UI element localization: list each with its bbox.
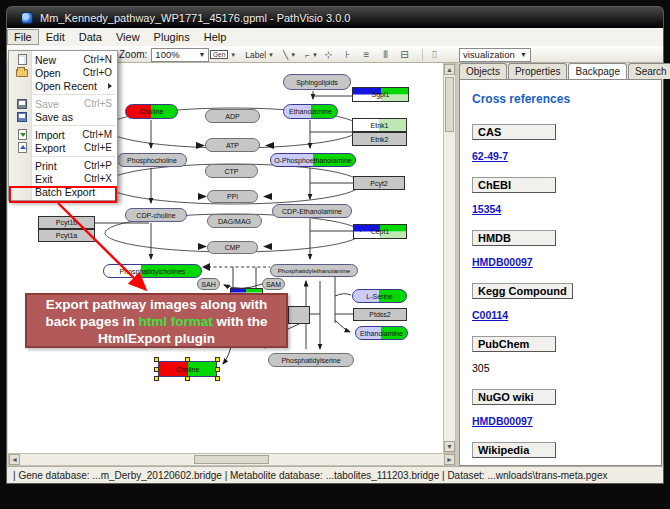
common-size-icon[interactable]: ⊟ <box>398 49 411 61</box>
node-etnk1[interactable]: Etnk1 <box>352 118 407 132</box>
visualization-combobox[interactable]: visualization ▼ <box>459 48 531 62</box>
horizontal-scrollbar[interactable]: ◄ ► <box>8 453 456 466</box>
menu-help[interactable]: Help <box>197 29 234 45</box>
crossref-link[interactable]: HMDB00097 <box>472 415 533 427</box>
scroll-left-icon[interactable]: ◄ <box>9 454 20 465</box>
tab-search[interactable]: Search <box>628 63 670 79</box>
node-pcyt1b[interactable]: Pcyt1b <box>38 216 95 229</box>
vertical-scrollbar[interactable]: ▲ ▼ <box>443 63 456 453</box>
node-label: Phosphatidylcholines <box>120 268 186 275</box>
node-cmp[interactable]: CMP <box>207 241 258 254</box>
menu-item-shortcut: Ctrl+M <box>82 129 112 140</box>
selection-handle[interactable] <box>154 376 159 381</box>
node-sah[interactable]: SAH <box>197 278 220 290</box>
node-cdp-ethanolamine[interactable]: CDP-Ethanolamine <box>272 204 352 218</box>
node-phosphatidylcholines[interactable]: Phosphatidylcholines <box>103 264 202 278</box>
menu-item-exit[interactable]: Exit Ctrl+X <box>9 172 117 185</box>
menu-item-export[interactable]: Export Ctrl+E <box>9 141 117 154</box>
menu-item-open-recent[interactable]: Open Recent <box>9 79 117 92</box>
node-ethanolamine-bottom[interactable]: Ethanolamine <box>355 326 408 340</box>
menu-item-print[interactable]: Print Ctrl+P <box>9 159 117 172</box>
selection-handle[interactable] <box>215 367 220 372</box>
scroll-up-icon[interactable]: ▲ <box>444 64 455 75</box>
horizontal-scroll-thumb[interactable] <box>194 455 269 464</box>
chevron-down-icon[interactable]: ▼ <box>194 51 205 58</box>
node-sam[interactable]: SAM <box>262 278 285 290</box>
align-middle-icon[interactable]: ⊦ <box>341 49 354 61</box>
tab-properties[interactable]: Properties <box>508 63 568 79</box>
zoom-combobox[interactable]: 100% ▼ <box>151 48 209 62</box>
scroll-down-icon[interactable]: ▼ <box>444 441 455 452</box>
menu-plugins[interactable]: Plugins <box>147 29 197 45</box>
node-atp[interactable]: ATP <box>205 138 260 152</box>
node-phosphocholine[interactable]: Phosphocholine <box>117 153 187 167</box>
menu-item-new[interactable]: New Ctrl+N <box>9 53 117 66</box>
menu-item-import[interactable]: Import Ctrl+M <box>9 128 117 141</box>
tab-objects[interactable]: Objects <box>459 63 507 79</box>
align-center-icon[interactable]: ⊹ <box>322 49 335 61</box>
save-as-icon <box>13 112 31 122</box>
gene-node-button[interactable]: Gen ▼ <box>207 48 239 62</box>
chevron-down-icon[interactable]: ▼ <box>290 52 296 58</box>
node-cept1[interactable]: Cept1 <box>353 224 407 239</box>
node-dag-mag[interactable]: DAG/MAG <box>207 214 262 228</box>
submenu-arrow-icon <box>108 83 112 89</box>
node-sgpl1[interactable]: Sgpl1 <box>352 87 409 102</box>
selection-mode-icon[interactable]: ⌷ <box>428 49 441 61</box>
menu-file[interactable]: File <box>7 29 39 45</box>
crossref-link[interactable]: C00114 <box>472 309 508 321</box>
line-tool-button[interactable]: ╲ ▼ <box>280 48 299 62</box>
menu-item-save-as[interactable]: Save as <box>9 110 117 123</box>
connector-tool-button[interactable]: ⌐ ▼ <box>302 48 321 62</box>
chevron-down-icon[interactable]: ▼ <box>230 52 236 58</box>
backpage-section: CAS 62-49-7 <box>472 122 651 164</box>
menu-view[interactable]: View <box>109 29 147 45</box>
node-ptdss2[interactable]: Ptdss2 <box>353 308 407 321</box>
node-choline-selected[interactable]: Choline <box>158 361 217 377</box>
node-label: Ethanolamine <box>360 330 403 337</box>
node-ppi[interactable]: PPi <box>207 190 258 203</box>
node-phosphatidylethanolamine[interactable]: Phosphatidylethanolamine <box>270 264 358 277</box>
selection-handle[interactable] <box>154 357 159 362</box>
node-o-phosphoethanolamine[interactable]: O-Phosphoethanolamine <box>270 153 356 167</box>
chevron-down-icon[interactable]: ▼ <box>312 52 318 58</box>
node-choline-top[interactable]: Choline <box>125 104 178 119</box>
node-label: Pcyt2 <box>370 180 388 187</box>
node-sphingolipids[interactable]: Sphingolipids <box>283 74 351 90</box>
node-l-serine[interactable]: L-Serine <box>352 289 407 303</box>
chevron-down-icon[interactable]: ▼ <box>268 52 274 58</box>
distribute-horizontal-icon[interactable]: ⫴ <box>379 49 392 61</box>
chevron-down-icon[interactable]: ▼ <box>516 51 527 58</box>
node-adp[interactable]: ADP <box>205 109 260 123</box>
crossref-link[interactable]: HMDB00097 <box>472 256 533 268</box>
scroll-right-icon[interactable]: ► <box>444 454 455 465</box>
title-bar[interactable]: Mm_Kennedy_pathway_WP1771_45176.gpml - P… <box>6 6 664 28</box>
node-pcyt2[interactable]: Pcyt2 <box>353 176 405 190</box>
crossref-link[interactable]: 62-49-7 <box>472 150 508 162</box>
node-label: Pcyt1b <box>56 219 77 226</box>
label-tool-button[interactable]: Label ▼ <box>242 48 277 62</box>
node-ethanolamine-top[interactable]: Ethanolamine <box>283 104 338 119</box>
menu-item-save[interactable]: Save Ctrl+S <box>9 97 117 110</box>
node-pcyt1a[interactable]: Pcyt1a <box>38 229 95 242</box>
menu-edit[interactable]: Edit <box>39 29 72 45</box>
crossref-link[interactable]: 15354 <box>472 203 501 215</box>
selection-handle[interactable] <box>215 357 220 362</box>
distribute-vertical-icon[interactable]: ≡ <box>360 49 373 61</box>
menu-data[interactable]: Data <box>72 29 109 45</box>
backpage-section: NuGO wiki HMDB00097 <box>472 387 651 429</box>
menu-item-label: New <box>35 54 56 66</box>
selection-handle[interactable] <box>215 376 220 381</box>
selection-handle[interactable] <box>185 357 190 362</box>
selection-handle[interactable] <box>154 367 159 372</box>
node-ctp[interactable]: CTP <box>205 164 258 178</box>
vertical-scroll-thumb[interactable] <box>445 77 454 132</box>
selection-handle[interactable] <box>185 376 190 381</box>
node-cdp-choline[interactable]: CDP-choline <box>125 208 187 222</box>
menu-item-open[interactable]: Open Ctrl+O <box>9 66 117 79</box>
node-etnk2[interactable]: Etnk2 <box>352 132 407 146</box>
node-pisd-partial[interactable] <box>288 306 310 324</box>
tab-backpage[interactable]: Backpage <box>568 63 626 80</box>
node-phosphatidylserine[interactable]: Phosphatidylserine <box>268 353 354 367</box>
crossref-value: 305 <box>472 362 490 374</box>
